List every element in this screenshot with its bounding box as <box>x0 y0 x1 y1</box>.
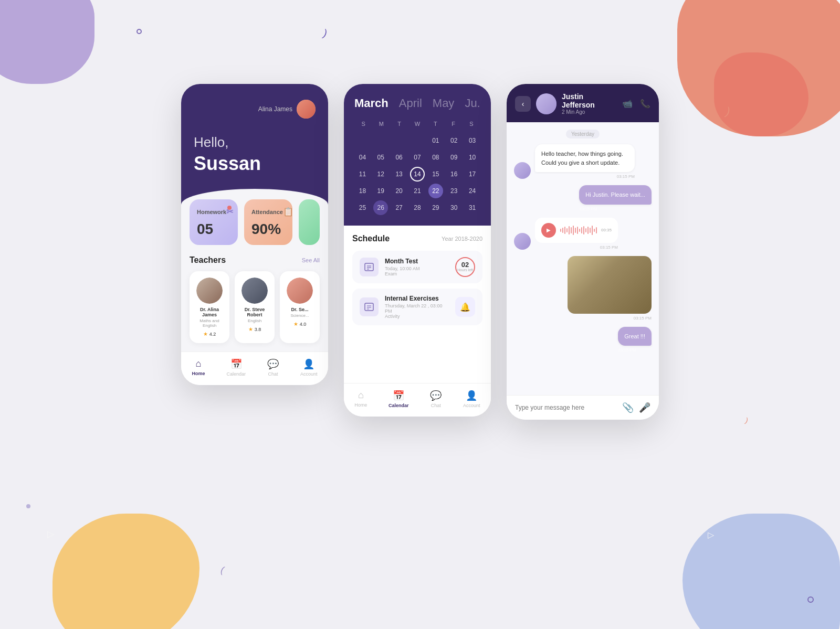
day-t2: T <box>426 119 444 129</box>
msg-time-voice: 03:15 PM <box>535 245 618 250</box>
msg-time-sent-1: 03:15 PM <box>579 207 652 211</box>
microphone-icon[interactable]: 🎤 <box>639 402 650 413</box>
date-divider: Yesterday <box>514 129 652 138</box>
schedule-badge-1: 02 Hours left <box>455 257 475 277</box>
notification-dot <box>227 206 232 210</box>
chat-contact-details: Justin Jefferson 2 Min Ago <box>562 92 617 115</box>
cal-22-selected[interactable]: 22 <box>428 184 443 198</box>
nav-calendar-label-cal: Calendar <box>388 403 409 408</box>
cal-27[interactable]: 27 <box>392 200 406 215</box>
nav-home-cal[interactable]: ⌂ Home <box>354 390 367 408</box>
cal-11[interactable]: 11 <box>355 167 370 182</box>
nav-chat-cal[interactable]: 💬 Chat <box>430 390 442 408</box>
cal-10[interactable]: 10 <box>465 150 480 165</box>
cal-07[interactable]: 07 <box>410 150 425 165</box>
cal-06[interactable]: 06 <box>392 150 406 165</box>
play-button[interactable]: ▶ <box>541 223 556 238</box>
cal-02[interactable]: 02 <box>447 133 461 148</box>
phone-call-icon[interactable]: 📞 <box>640 99 650 109</box>
nav-calendar-label: Calendar <box>226 371 246 377</box>
chat-action-buttons: 📹 📞 <box>622 99 650 109</box>
waveform <box>560 225 597 236</box>
cal-23[interactable]: 23 <box>447 184 461 198</box>
cal-09[interactable]: 09 <box>447 150 461 165</box>
cal-empty-3 <box>392 133 406 148</box>
user-name: Sussan <box>194 153 316 175</box>
schedule-icon-2 <box>360 297 379 316</box>
cal-20[interactable]: 20 <box>392 184 406 198</box>
schedule-item-2[interactable]: Internal Exercises Thursday, March 22 , … <box>352 289 482 325</box>
chat-input-bar: 📎 🎤 <box>507 395 659 420</box>
cal-30[interactable]: 30 <box>447 200 461 215</box>
nav-account-cal[interactable]: 👤 Account <box>463 390 480 408</box>
schedule-bell-2: 🔔 <box>455 297 475 317</box>
schedule-item-1[interactable]: Month Test Today, 10:00 AM Exam 02 Hours… <box>352 251 482 283</box>
months-row: March April May Ju... <box>354 97 480 110</box>
month-april: April <box>399 97 422 110</box>
attachment-icon[interactable]: 📎 <box>622 402 634 413</box>
cal-12[interactable]: 12 <box>373 167 388 182</box>
cal-19[interactable]: 19 <box>373 184 388 198</box>
voice-bubble: ▶ <box>535 218 618 243</box>
teacher-name-3: Dr. Se... <box>284 307 316 312</box>
msg-bubble-1: Hello teacher, how things going. Could y… <box>535 144 635 172</box>
schedule-header: Schedule Year 2018-2020 <box>352 234 482 243</box>
voice-bubble-wrapper: ▶ <box>535 218 618 250</box>
chat-user-info: Justin Jefferson 2 Min Ago <box>536 92 617 115</box>
cal-03[interactable]: 03 <box>465 133 480 148</box>
cal-08[interactable]: 08 <box>428 150 443 165</box>
nav-calendar[interactable]: 📅 Calendar <box>226 358 246 377</box>
msg-bubble-wrapper-1: Hello teacher, how things going. Could y… <box>535 144 635 179</box>
background-blob-purple <box>0 0 94 84</box>
deco-triangle: ▷ <box>47 528 55 540</box>
homework-value: 05 <box>197 221 230 238</box>
calendar-icon: 📋 <box>283 207 292 217</box>
stat-cards-row: Homework ✂ 05 Attendance 📋 90% <box>190 199 320 245</box>
cal-16[interactable]: 16 <box>447 167 461 182</box>
schedule-icon-1 <box>360 258 379 276</box>
bottom-nav-home: ⌂ Home 📅 Calendar 💬 Chat 👤 Account <box>181 351 328 385</box>
cal-05[interactable]: 05 <box>373 150 388 165</box>
cal-empty-1 <box>355 133 370 148</box>
phone-home: Alina James Hello, Sussan Homework ✂ 05 <box>181 84 328 385</box>
cal-25[interactable]: 25 <box>355 200 370 215</box>
teacher-subject-3: Science... <box>284 313 316 318</box>
greeting-text: Hello, <box>194 134 316 151</box>
deco-curve-3: ) <box>219 566 226 577</box>
nav-home[interactable]: ⌂ Home <box>192 358 205 377</box>
teacher-rating-3: ★ 4.0 <box>284 321 316 327</box>
cal-18[interactable]: 18 <box>355 184 370 198</box>
cal-29[interactable]: 29 <box>428 200 443 215</box>
cal-14-today[interactable]: 14 <box>410 167 425 182</box>
cal-01[interactable]: 01 <box>428 133 443 148</box>
nav-account-label-cal: Account <box>463 403 480 408</box>
cal-13[interactable]: 13 <box>392 167 406 182</box>
cal-04[interactable]: 04 <box>355 150 370 165</box>
back-button[interactable]: ‹ <box>515 96 531 112</box>
day-m: M <box>372 119 390 129</box>
video-call-icon[interactable]: 📹 <box>622 99 633 109</box>
cal-28[interactable]: 28 <box>410 200 425 215</box>
nav-calendar-cal[interactable]: 📅 Calendar <box>388 390 409 408</box>
msg-bubble-wrapper-sent-2: Great !!! 03:15 PM <box>618 327 652 353</box>
cal-31[interactable]: 31 <box>465 200 480 215</box>
nav-home-label: Home <box>192 371 205 376</box>
cal-24[interactable]: 24 <box>465 184 480 198</box>
month-june: Ju... <box>465 97 480 110</box>
calendar-header: March April May Ju... S M T W T F S <box>344 84 491 226</box>
cal-17[interactable]: 17 <box>465 167 480 182</box>
image-bubble-wrapper: 03:15 PM <box>568 256 652 321</box>
cal-15[interactable]: 15 <box>428 167 443 182</box>
nav-chat[interactable]: 💬 Chat <box>267 358 279 377</box>
chat-icon-cal: 💬 <box>430 390 442 401</box>
cal-21[interactable]: 21 <box>410 184 425 198</box>
teacher-avatar-3 <box>287 278 313 304</box>
see-all-button[interactable]: See All <box>302 257 320 263</box>
message-input[interactable] <box>515 404 617 411</box>
schedule-name-2: Internal Exercises <box>385 295 449 302</box>
msg-bubble-sent-1: Hi Justin. Please wait... <box>579 185 652 205</box>
nav-account[interactable]: 👤 Account <box>300 358 318 377</box>
cal-26-highlighted[interactable]: 26 <box>373 200 388 215</box>
teacher-card-1: Dr. Alina James Maths and English ★ 4.2 <box>190 271 229 343</box>
home-icon: ⌂ <box>196 358 202 369</box>
